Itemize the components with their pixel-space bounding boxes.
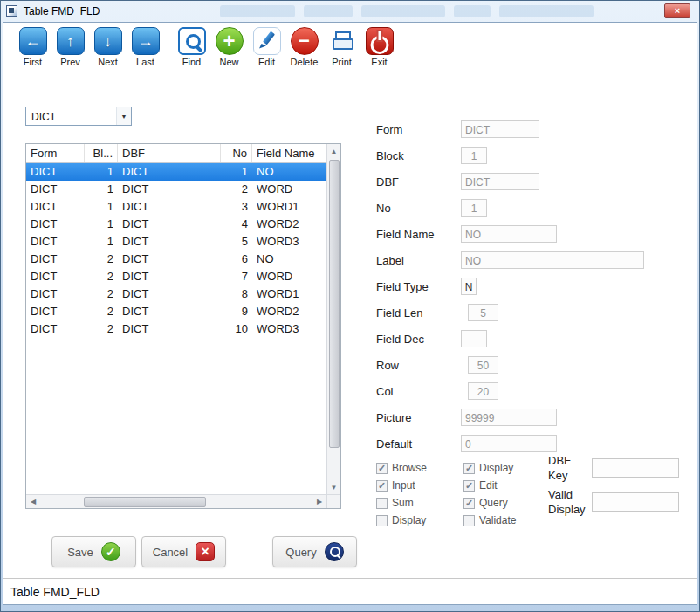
table-row[interactable]: DICT2DICT7WORD (26, 268, 326, 285)
toolbar-label: First (24, 57, 42, 67)
grid-column-header[interactable]: Bl... (85, 144, 118, 162)
cancel-button[interactable]: Cancel (141, 536, 226, 567)
toolbar-delete-button[interactable]: −Delete (285, 27, 323, 67)
field-row: Field NameNO (376, 221, 664, 247)
last-record-icon: → (132, 27, 160, 55)
field-field-type-input[interactable]: N (461, 278, 477, 295)
horizontal-scrollbar[interactable] (26, 494, 326, 508)
field-label: DBF (376, 175, 461, 189)
checkbox-label: Sum (392, 497, 414, 509)
scroll-right-icon[interactable] (312, 495, 326, 508)
table-cell: WORD2 (252, 216, 326, 233)
checkbox-browse[interactable]: ✓Browse (376, 459, 463, 477)
table-row[interactable]: DICT1DICT1NO (26, 163, 326, 181)
field-dbf-input[interactable]: DICT (461, 173, 539, 190)
horizontal-scroll-thumb[interactable] (84, 497, 206, 507)
checkbox-display[interactable]: Display (376, 512, 463, 529)
field-label: Field Len (376, 306, 461, 320)
table-cell: 1 (85, 233, 118, 251)
table-row[interactable]: DICT2DICT8WORD1 (26, 285, 326, 303)
table-cell: WORD (252, 181, 326, 198)
field-field-name-input[interactable]: NO (461, 225, 557, 243)
table-cell: 2 (85, 268, 118, 285)
titlebar-ghost-tab (220, 5, 295, 17)
grid-column-header[interactable]: DBF (118, 144, 221, 162)
toolbar-exit-button[interactable]: Exit (360, 27, 398, 67)
titlebar-ghost-tab (361, 5, 445, 17)
table-cell: DICT (26, 320, 85, 338)
grid-column-header[interactable]: Field Name (252, 144, 326, 162)
table-cell: 4 (221, 216, 252, 233)
table-cell: 1 (85, 216, 118, 233)
field-row: Field Dec (376, 326, 664, 352)
checkbox-label: Edit (479, 479, 498, 492)
toolbar-label: Edit (258, 57, 275, 67)
flags-col1: ✓Browse✓InputSumDisplay (376, 459, 463, 529)
table-row[interactable]: DICT1DICT3WORD1 (26, 198, 326, 216)
toolbar-print-button[interactable]: Print (323, 27, 360, 67)
table-cell: 1 (221, 163, 252, 181)
field-form-input[interactable]: DICT (461, 120, 539, 138)
checkbox-sum[interactable]: Sum (376, 494, 463, 512)
field-col-input[interactable]: 20 (468, 382, 498, 400)
toolbar-next-button[interactable]: ↓Next (89, 27, 127, 67)
field-picture-input[interactable]: 99999 (461, 409, 557, 426)
field-label-input[interactable]: NO (461, 251, 644, 269)
table-cell: DICT (118, 233, 221, 251)
toolbar-edit-button[interactable]: Edit (248, 27, 285, 67)
checkbox-validate[interactable]: Validate (463, 512, 551, 529)
table-cell: 1 (85, 163, 118, 181)
close-button[interactable]: × (664, 3, 690, 18)
table-row[interactable]: DICT2DICT6NO (26, 251, 326, 268)
table-row[interactable]: DICT1DICT4WORD2 (26, 216, 326, 233)
field-row: DBFDICT (376, 168, 664, 195)
table-cell: 6 (221, 251, 252, 268)
vertical-scroll-thumb[interactable] (329, 160, 340, 448)
field-block-input[interactable]: 1 (461, 147, 487, 164)
scroll-down-icon[interactable] (327, 480, 340, 494)
toolbar-find-button[interactable]: Find (173, 27, 210, 67)
table-row[interactable]: DICT1DICT5WORD3 (26, 233, 326, 251)
scroll-up-icon[interactable] (327, 144, 340, 158)
table-cell: DICT (26, 233, 85, 251)
toolbar-first-button[interactable]: ←First (14, 27, 51, 67)
field-label: Label (376, 254, 461, 267)
field-field-len-input[interactable]: 5 (468, 304, 498, 321)
field-row-input[interactable]: 50 (468, 356, 498, 374)
checkbox-query[interactable]: ✓Query (463, 494, 551, 512)
table-cell: 8 (221, 285, 252, 303)
scroll-left-icon[interactable] (26, 495, 40, 508)
checkbox-edit[interactable]: ✓Edit (463, 477, 551, 494)
form-filter-dropdown[interactable]: DICT (25, 107, 132, 126)
toolbar-last-button[interactable]: →Last (127, 27, 164, 67)
table-row[interactable]: DICT2DICT10WORD3 (26, 320, 326, 338)
query-button[interactable]: Query (272, 536, 357, 567)
side-field-valid-display-input[interactable] (592, 492, 679, 512)
grid-column-header[interactable]: No (221, 144, 252, 162)
grid-column-header[interactable]: Form (26, 144, 85, 162)
next-record-icon: ↓ (94, 27, 122, 55)
chevron-down-icon[interactable] (116, 107, 131, 125)
vertical-scrollbar[interactable] (326, 144, 340, 494)
toolbar-new-button[interactable]: +New (210, 27, 248, 67)
checkbox-input[interactable]: ✓Input (376, 477, 463, 494)
save-check-icon (101, 542, 120, 561)
table-cell: WORD (252, 268, 326, 285)
field-field-dec-input[interactable] (461, 330, 487, 347)
checkbox-box: ✓ (376, 463, 388, 474)
checkbox-box: ✓ (463, 498, 475, 509)
checkbox-box: ✓ (463, 480, 475, 492)
table-cell: 9 (221, 303, 252, 320)
toolbar-prev-button[interactable]: ↑Prev (51, 27, 89, 67)
field-default-input[interactable]: 0 (461, 435, 557, 452)
side-field-dbf-key-input[interactable] (592, 458, 679, 478)
table-row[interactable]: DICT2DICT9WORD2 (26, 303, 326, 320)
field-no-input[interactable]: 1 (461, 199, 487, 217)
table-cell: 2 (85, 320, 118, 338)
grid-header: FormBl...DBFNoField Name (26, 144, 326, 163)
edit-pencil-icon (253, 27, 281, 55)
table-row[interactable]: DICT1DICT2WORD (26, 181, 326, 198)
save-button[interactable]: Save (51, 536, 136, 567)
checkbox-display[interactable]: ✓Display (463, 459, 551, 477)
field-row: Picture99999 (376, 404, 664, 430)
